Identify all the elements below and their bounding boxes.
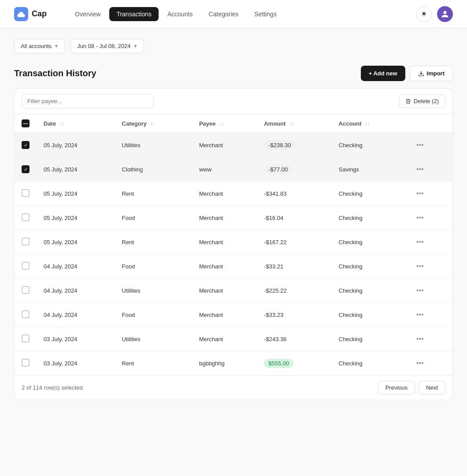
nav-categories[interactable]: Categories (202, 7, 246, 21)
row-checkbox-cell[interactable]: ✓ (15, 157, 37, 182)
row-date: 04 July, 2024 (37, 279, 115, 303)
row-more-button[interactable]: ••• (413, 260, 427, 272)
date-filter-chevron-icon: ▼ (133, 44, 137, 48)
row-payee: Merchant (192, 133, 257, 157)
row-checkbox-cell[interactable] (15, 303, 37, 327)
date-range-filter-button[interactable]: Jun 08 - Jul 08, 2024 ▼ (70, 39, 144, 53)
row-more-button[interactable]: ••• (413, 309, 427, 320)
row-checkbox[interactable] (22, 189, 30, 197)
column-date[interactable]: Date ↑↓ (37, 114, 115, 133)
app-name: Cap (32, 9, 47, 19)
category-sort-icon: ↑↓ (150, 121, 155, 126)
column-account[interactable]: Account ↑↓ (332, 114, 406, 133)
row-category: Rent (115, 230, 192, 254)
import-icon (418, 71, 424, 77)
row-more-button[interactable]: ••• (413, 188, 427, 199)
column-date-label: Date (44, 120, 56, 127)
table-row: 05 July, 2024FoodMerchant-$16.04Checking… (15, 206, 452, 230)
delete-button-label: Delete (2) (414, 98, 439, 104)
row-checkbox-cell[interactable] (15, 279, 37, 303)
previous-page-button[interactable]: Previous (378, 381, 415, 394)
row-checkbox-cell[interactable] (15, 206, 37, 230)
row-checkbox[interactable]: ✓ (22, 141, 30, 149)
table-row: 03 July, 2024Rentbgbbghhg$555.00Checking… (15, 351, 452, 376)
transaction-table-container: Delete (2) — Date ↑↓ Category (14, 88, 453, 400)
nav-transactions[interactable]: Transactions (109, 7, 159, 21)
nav-accounts[interactable]: Accounts (160, 7, 200, 21)
trash-icon (405, 98, 411, 104)
row-checkbox-cell[interactable] (15, 327, 37, 351)
row-checkbox-cell[interactable] (15, 182, 37, 206)
next-page-button[interactable]: Next (419, 381, 445, 394)
row-checkbox-cell[interactable] (15, 230, 37, 254)
row-more-cell[interactable]: ••• (406, 327, 452, 351)
row-checkbox[interactable] (22, 262, 30, 270)
row-more-cell[interactable]: ••• (406, 303, 452, 327)
row-payee: Merchant (192, 254, 257, 279)
row-checkbox[interactable] (22, 359, 30, 367)
column-payee[interactable]: Payee ↑↓ (192, 114, 257, 133)
table-header: — Date ↑↓ Category ↑↓ Payee ↑↓ (15, 114, 452, 133)
row-account: Checking (332, 254, 406, 279)
row-checkbox[interactable] (22, 335, 30, 342)
row-category: Clothing (115, 157, 192, 182)
row-more-button[interactable]: ••• (413, 164, 427, 175)
row-checkbox-cell[interactable] (15, 351, 37, 376)
row-more-cell[interactable]: ••• (406, 230, 452, 254)
table-toolbar: Delete (2) (15, 89, 452, 114)
header-actions: ☀ (416, 6, 453, 22)
row-more-button[interactable]: ••• (413, 236, 427, 248)
avatar[interactable] (437, 6, 453, 22)
nav-settings[interactable]: Settings (247, 7, 284, 21)
row-payee: Merchant (192, 182, 257, 206)
row-payee: Merchant (192, 327, 257, 351)
row-more-button[interactable]: ••• (413, 139, 427, 151)
import-button-label: Import (427, 70, 445, 77)
amount-badge: -$77.00 (264, 165, 292, 174)
row-more-cell[interactable]: ••• (406, 279, 452, 303)
date-sort-icon: ↑↓ (59, 121, 64, 126)
theme-toggle-button[interactable]: ☀ (416, 6, 432, 22)
row-more-cell[interactable]: ••• (406, 157, 452, 182)
column-actions-header (406, 114, 452, 133)
row-checkbox[interactable]: ✓ (22, 165, 30, 173)
account-filter-button[interactable]: All accounts ▼ (14, 39, 65, 53)
account-filter-label: All accounts (21, 43, 52, 49)
rows-selected-text: 2 of 114 row(s) selected (22, 384, 83, 391)
row-account: Checking (332, 303, 406, 327)
select-all-header[interactable]: — (15, 114, 37, 133)
row-checkbox-cell[interactable] (15, 254, 37, 279)
row-checkbox[interactable] (22, 238, 30, 245)
check-mark-icon: ✓ (24, 167, 28, 172)
row-more-cell[interactable]: ••• (406, 182, 452, 206)
row-amount: -$238.30 (257, 133, 331, 157)
table-row: 04 July, 2024UtilitiesMerchant-$225.22Ch… (15, 279, 452, 303)
row-more-button[interactable]: ••• (413, 357, 427, 369)
row-more-cell[interactable]: ••• (406, 351, 452, 376)
row-checkbox-cell[interactable]: ✓ (15, 133, 37, 157)
row-more-button[interactable]: ••• (413, 285, 427, 296)
row-payee: bgbbghhg (192, 351, 257, 376)
import-button[interactable]: Import (410, 66, 453, 81)
logo: Cap (14, 7, 47, 21)
row-more-cell[interactable]: ••• (406, 133, 452, 157)
delete-button[interactable]: Delete (2) (399, 94, 445, 108)
table-footer: 2 of 114 row(s) selected Previous Next (15, 375, 452, 400)
column-category-label: Category (122, 120, 147, 127)
row-checkbox[interactable] (22, 286, 30, 294)
row-checkbox[interactable] (22, 310, 30, 318)
row-more-button[interactable]: ••• (413, 333, 427, 345)
row-account: Checking (332, 206, 406, 230)
row-more-cell[interactable]: ••• (406, 206, 452, 230)
row-date: 05 July, 2024 (37, 206, 115, 230)
add-new-button[interactable]: + Add new (361, 66, 405, 81)
row-checkbox[interactable] (22, 213, 30, 221)
row-more-cell[interactable]: ••• (406, 254, 452, 279)
select-all-checkbox[interactable]: — (22, 119, 30, 127)
filter-payee-input[interactable] (22, 94, 154, 108)
row-more-button[interactable]: ••• (413, 212, 427, 223)
column-category[interactable]: Category ↑↓ (115, 114, 192, 133)
column-amount[interactable]: Amount ↑↓ (257, 114, 331, 133)
nav-overview[interactable]: Overview (68, 7, 107, 21)
pagination: Previous Next (378, 381, 445, 394)
